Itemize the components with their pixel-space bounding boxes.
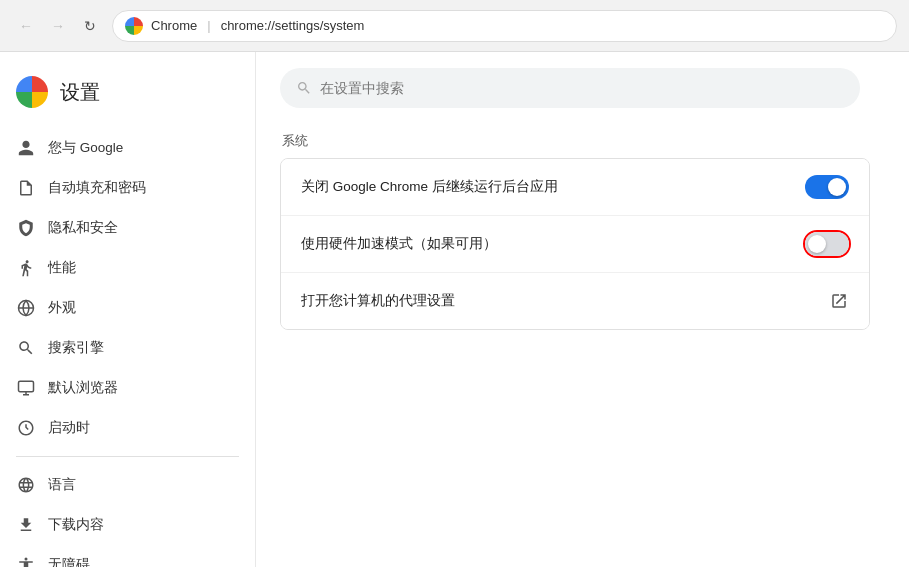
sidebar-label-google: 您与 Google <box>48 139 123 157</box>
main-content: 系统 关闭 Google Chrome 后继续运行后台应用 使用硬件加速模式（如… <box>256 52 909 567</box>
sidebar-item-google[interactable]: 您与 Google <box>0 128 239 168</box>
background-apps-toggle[interactable] <box>805 175 849 199</box>
sidebar-item-search[interactable]: 搜索引擎 <box>0 328 239 368</box>
toggle-track-off[interactable] <box>805 232 849 256</box>
settings-heading: 设置 <box>60 79 100 106</box>
privacy-icon <box>16 218 36 238</box>
chrome-logo-icon <box>16 76 48 108</box>
toggle-thumb <box>828 178 846 196</box>
svg-rect-1 <box>19 381 34 392</box>
sidebar-item-autofill[interactable]: 自动填充和密码 <box>0 168 239 208</box>
search-engine-icon <box>16 338 36 358</box>
sidebar-item-language[interactable]: 语言 <box>0 465 239 505</box>
address-separator: | <box>207 18 210 33</box>
appearance-icon <box>16 298 36 318</box>
section-title-system: 系统 <box>280 132 885 150</box>
settings-row-proxy: 打开您计算机的代理设置 <box>281 273 869 329</box>
performance-icon <box>16 258 36 278</box>
sidebar-item-performance[interactable]: 性能 <box>0 248 239 288</box>
settings-card-system: 关闭 Google Chrome 后继续运行后台应用 使用硬件加速模式（如果可用… <box>280 158 870 330</box>
address-bar[interactable]: Chrome | chrome://settings/system <box>112 10 897 42</box>
refresh-button[interactable]: ↻ <box>76 12 104 40</box>
sidebar-label-search: 搜索引擎 <box>48 339 104 357</box>
sidebar-label-privacy: 隐私和安全 <box>48 219 118 237</box>
sidebar-label-performance: 性能 <box>48 259 76 277</box>
sidebar-item-startup[interactable]: 启动时 <box>0 408 239 448</box>
sidebar: 设置 您与 Google 自动填充和密码 隐私和安全 性能 <box>0 52 256 567</box>
autofill-icon <box>16 178 36 198</box>
default-browser-icon <box>16 378 36 398</box>
sidebar-label-startup: 启动时 <box>48 419 90 437</box>
forward-button[interactable]: → <box>44 12 72 40</box>
address-text: chrome://settings/system <box>221 18 365 33</box>
sidebar-item-default-browser[interactable]: 默认浏览器 <box>0 368 239 408</box>
sidebar-label-downloads: 下载内容 <box>48 516 104 534</box>
sidebar-label-autofill: 自动填充和密码 <box>48 179 146 197</box>
external-link-icon[interactable] <box>829 291 849 311</box>
sidebar-item-downloads[interactable]: 下载内容 <box>0 505 239 545</box>
back-button[interactable]: ← <box>12 12 40 40</box>
language-icon <box>16 475 36 495</box>
settings-row-background: 关闭 Google Chrome 后继续运行后台应用 <box>281 159 869 216</box>
settings-title: 设置 <box>0 68 255 128</box>
proxy-label: 打开您计算机的代理设置 <box>301 292 829 310</box>
google-icon <box>16 138 36 158</box>
toggle-track-on[interactable] <box>805 175 849 199</box>
search-input[interactable] <box>320 80 844 96</box>
toggle-thumb-off <box>808 235 826 253</box>
page: 设置 您与 Google 自动填充和密码 隐私和安全 性能 <box>0 52 909 567</box>
sidebar-item-appearance[interactable]: 外观 <box>0 288 239 328</box>
startup-icon <box>16 418 36 438</box>
sidebar-label-appearance: 外观 <box>48 299 76 317</box>
accessibility-icon <box>16 555 36 567</box>
sidebar-label-language: 语言 <box>48 476 76 494</box>
site-favicon <box>125 17 143 35</box>
nav-buttons: ← → ↻ <box>12 12 104 40</box>
search-bar[interactable] <box>280 68 860 108</box>
browser-chrome: ← → ↻ Chrome | chrome://settings/system <box>0 0 909 52</box>
sidebar-label-accessibility: 无障碍 <box>48 556 90 567</box>
site-label: Chrome <box>151 18 197 33</box>
settings-row-hardware: 使用硬件加速模式（如果可用） <box>281 216 869 273</box>
sidebar-item-privacy[interactable]: 隐私和安全 <box>0 208 239 248</box>
hardware-accel-toggle[interactable] <box>805 232 849 256</box>
background-apps-label: 关闭 Google Chrome 后继续运行后台应用 <box>301 178 805 196</box>
hardware-accel-label: 使用硬件加速模式（如果可用） <box>301 235 805 253</box>
sidebar-divider <box>16 456 239 457</box>
sidebar-label-default-browser: 默认浏览器 <box>48 379 118 397</box>
search-icon <box>296 80 312 96</box>
sidebar-item-accessibility[interactable]: 无障碍 <box>0 545 239 567</box>
downloads-icon <box>16 515 36 535</box>
